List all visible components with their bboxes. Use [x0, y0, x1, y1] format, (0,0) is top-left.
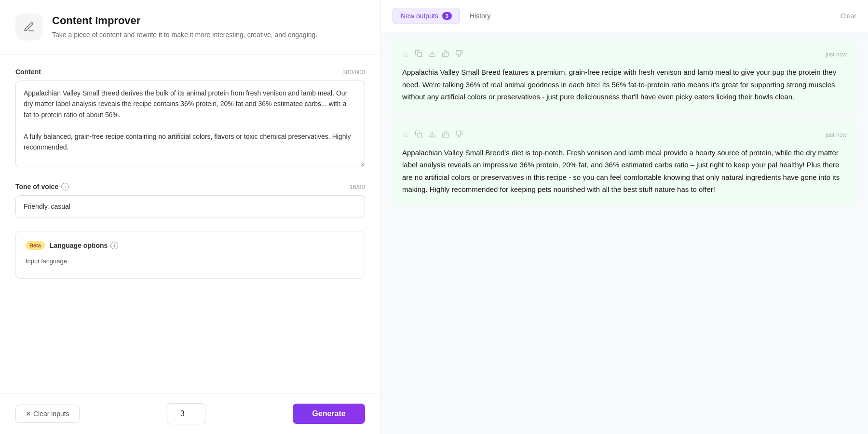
star-icon-2[interactable]: ☆: [402, 130, 409, 139]
copy-icon-2[interactable]: [415, 130, 422, 140]
language-options-title: Language options i: [50, 242, 119, 249]
star-icon[interactable]: ☆: [402, 50, 409, 59]
tool-description: Take a piece of content and rewrite it t…: [52, 30, 317, 40]
output-card: ☆: [393, 121, 856, 205]
thumbup-icon-2[interactable]: [442, 130, 449, 140]
footer-bar: ✕ Clear inputs Generate: [0, 393, 380, 434]
output-timestamp-2: just now: [826, 132, 847, 138]
language-options-box: Beta Language options i Input language: [15, 231, 365, 279]
svg-rect-2: [418, 133, 422, 137]
svg-rect-0: [418, 53, 422, 57]
download-icon-2[interactable]: [428, 130, 436, 140]
thumbdown-icon[interactable]: [455, 50, 463, 59]
clear-inputs-button[interactable]: ✕ Clear inputs: [15, 405, 80, 423]
form-section: Content 380/800 Tone of voice i 16/80 Be…: [0, 54, 380, 393]
output-card: ☆: [393, 40, 856, 113]
tool-title: Content Improver: [52, 14, 317, 27]
clear-outputs-button[interactable]: Clear: [841, 12, 856, 20]
new-outputs-label: New outputs: [401, 12, 438, 20]
tool-info: Content Improver Take a piece of content…: [52, 14, 317, 40]
right-panel: New outputs 3 History Clear ☆: [381, 0, 868, 434]
download-icon[interactable]: [428, 50, 436, 59]
tone-label: Tone of voice: [15, 183, 58, 190]
output-tabs: New outputs 3 History Clear: [381, 0, 868, 32]
output-card-header-2: ☆: [402, 130, 847, 140]
tab-history[interactable]: History: [462, 8, 499, 24]
tone-field-group: Tone of voice i 16/80: [15, 183, 365, 217]
tool-header: Content Improver Take a piece of content…: [0, 0, 380, 54]
tone-label-wrap: Tone of voice i: [15, 183, 69, 190]
output-text-1: Appalachia Valley Small Breed features a…: [402, 66, 847, 103]
tone-label-row: Tone of voice i 16/80: [15, 183, 365, 190]
generate-button[interactable]: Generate: [293, 404, 365, 424]
content-label: Content: [15, 68, 41, 76]
content-counter: 380/800: [342, 68, 365, 76]
left-panel: Content Improver Take a piece of content…: [0, 0, 381, 434]
output-text-2: Appalachian Valley Small Breed's diet is…: [402, 147, 847, 196]
content-field-group: Content 380/800: [15, 68, 365, 169]
beta-badge: Beta: [26, 241, 45, 250]
copy-icon[interactable]: [415, 50, 422, 59]
content-textarea[interactable]: [15, 81, 365, 167]
tab-new-outputs[interactable]: New outputs 3: [393, 8, 460, 24]
outputs-list: ☆: [381, 32, 868, 434]
tone-input[interactable]: [15, 195, 365, 217]
tone-info-icon[interactable]: i: [61, 183, 69, 190]
language-options-header: Beta Language options i: [26, 241, 355, 250]
output-card-header: ☆: [402, 50, 847, 59]
new-outputs-badge: 3: [442, 12, 452, 20]
output-timestamp-1: just now: [826, 51, 847, 58]
tool-icon-wrap: [15, 14, 42, 41]
output-actions: ☆: [402, 50, 463, 59]
language-info-icon[interactable]: i: [110, 242, 118, 249]
content-label-row: Content 380/800: [15, 68, 365, 76]
tone-counter: 16/80: [349, 183, 365, 190]
output-actions-2: ☆: [402, 130, 463, 140]
thumbdown-icon-2[interactable]: [455, 130, 463, 140]
count-input[interactable]: [167, 403, 205, 424]
input-language-label: Input language: [26, 258, 355, 265]
thumbup-icon[interactable]: [442, 50, 449, 59]
pencil-icon: [23, 21, 35, 33]
